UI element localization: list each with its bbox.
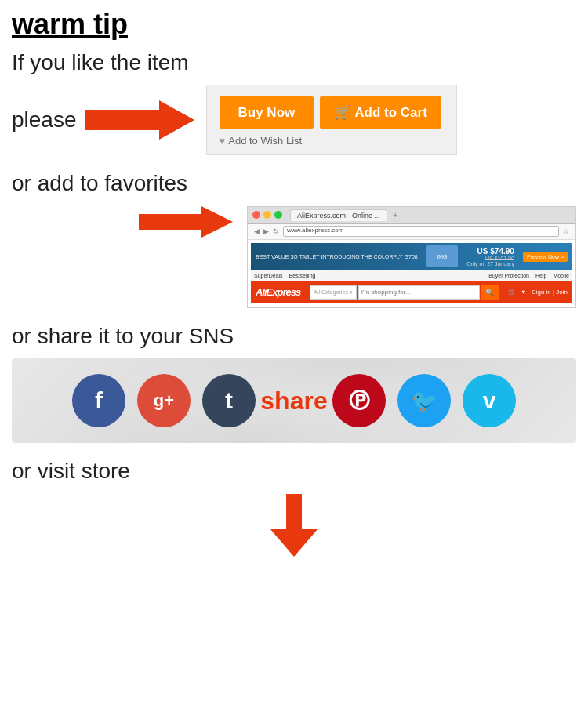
ali-search-input[interactable] (358, 285, 480, 300)
wish-list-label: Add to Wish List (228, 135, 302, 147)
browser-close-dot (252, 211, 260, 219)
vimeo-icon[interactable]: v (463, 374, 516, 427)
browser-star-icon: ☆ (563, 227, 569, 235)
ali-banner-old-price: US $107.00 (485, 256, 514, 261)
ali-nav: SuperDeals Bestselling Buyer Protection … (251, 270, 572, 281)
ali-nav-mobile: Mobile (553, 273, 569, 278)
buy-now-button[interactable]: Buy Now (220, 96, 314, 129)
browser-maximize-dot (274, 211, 282, 219)
browser-refresh-icon: ↻ (273, 227, 279, 235)
page-title: warm tip (12, 8, 576, 41)
arrow-down-container (12, 494, 576, 557)
pinterest-label: ℗ (346, 385, 372, 416)
google-plus-label: g+ (154, 390, 174, 411)
ali-banner-price-section: US $74.90 US $107.00 Only on 27 January (466, 247, 514, 267)
browser-new-tab-icon: + (393, 210, 397, 220)
add-to-cart-button[interactable]: 🛒 Add to Cart (320, 96, 441, 129)
facebook-label: f (95, 387, 103, 414)
svg-marker-0 (85, 100, 194, 140)
browser-titlebar: AliExpress.com - Online ... + (248, 207, 575, 224)
favorites-section: or add to favorites AliExpress.com - Onl… (12, 169, 576, 307)
browser-screenshot: AliExpress.com - Online ... + ◀ ▶ ↻ www.… (247, 206, 576, 308)
ali-header-actions: 🛒 ♥ Sign in | Join (508, 289, 568, 296)
cart-icon: 🛒 (334, 104, 350, 121)
browser-addressbar: ◀ ▶ ↻ www.aliexpress.com ☆ (248, 224, 575, 240)
share-label: share (260, 387, 327, 416)
tumblr-icon[interactable]: t (202, 374, 256, 427)
red-arrow-right-favorites-icon (139, 206, 233, 238)
ali-logo: AliExpress (256, 286, 300, 298)
pinterest-icon[interactable]: ℗ (332, 374, 386, 427)
browser-address-input[interactable]: www.aliexpress.com (283, 226, 559, 237)
ali-cart-icon[interactable]: 🛒 (508, 289, 516, 296)
twitter-label: 🐦 (411, 388, 438, 414)
like-item-text: If you like the item (12, 49, 576, 77)
ali-search-box: All Categories ▾ 🔍 (310, 285, 498, 300)
browser-forward-icon: ▶ (263, 227, 269, 235)
favorites-text: or add to favorites (12, 169, 576, 198)
ali-nav-help: Help (535, 273, 546, 278)
ali-banner-cta[interactable]: Preview Now > (523, 252, 568, 262)
action-buttons-container: Buy Now 🛒 Add to Cart ♥ Add to Wish List (206, 85, 457, 155)
share-button[interactable]: share (267, 374, 321, 427)
visit-store-text: or visit store (12, 457, 576, 485)
ali-category-dropdown[interactable]: All Categories ▾ (310, 285, 357, 300)
google-plus-icon[interactable]: g+ (137, 374, 191, 427)
heart-icon: ♥ (220, 135, 226, 147)
vimeo-label: v (483, 387, 496, 414)
visit-store-section: or visit store (12, 457, 576, 556)
like-item-section: If you like the item please Buy Now 🛒 Ad… (12, 49, 576, 155)
please-text: please (12, 107, 77, 133)
ali-banner-text: BEST VALUE 3G TABLET INTRODUCING THE COL… (256, 254, 418, 260)
ali-banner-image: IMG (426, 245, 458, 267)
buttons-row: Buy Now 🛒 Add to Cart (220, 96, 444, 129)
wish-list-link[interactable]: ♥ Add to Wish List (220, 135, 444, 147)
red-arrow-down-icon (270, 494, 318, 557)
ali-nav-bestselling: Bestselling (289, 273, 316, 278)
ali-banner-price: US $74.90 (477, 247, 514, 256)
tumblr-label: t (225, 387, 233, 414)
sns-section: or share it to your SNS f g+ t share ℗ 🐦… (12, 322, 576, 443)
facebook-icon[interactable]: f (72, 374, 125, 427)
ali-nav-buyer-protection: Buyer Protection (488, 273, 529, 278)
twitter-icon[interactable]: 🐦 (397, 374, 451, 427)
sns-text: or share it to your SNS (12, 322, 576, 350)
browser-back-icon: ◀ (254, 227, 260, 235)
favorites-row: AliExpress.com - Online ... + ◀ ▶ ↻ www.… (12, 206, 576, 308)
ali-signin[interactable]: Sign in | Join (532, 289, 568, 296)
browser-body: BEST VALUE 3G TABLET INTRODUCING THE COL… (248, 240, 575, 307)
browser-minimize-dot (263, 211, 271, 219)
sns-icons-container: f g+ t share ℗ 🐦 v (12, 358, 576, 443)
svg-marker-1 (139, 206, 233, 238)
ali-banner: BEST VALUE 3G TABLET INTRODUCING THE COL… (251, 243, 572, 270)
ali-header: AliExpress All Categories ▾ 🔍 🛒 ♥ Sign i… (251, 281, 572, 303)
red-arrow-right-icon (85, 100, 194, 140)
ali-nav-superdeals: SuperDeals (254, 273, 283, 278)
ali-banner-sub: Only on 27 January (466, 261, 514, 267)
ali-banner-line1: BEST VALUE 3G TABLET INTRODUCING THE COL… (256, 254, 418, 260)
svg-marker-2 (270, 494, 318, 557)
buy-section: please Buy Now 🛒 Add to Cart ♥ Add to Wi… (12, 85, 576, 155)
browser-tab-label: AliExpress.com - Online ... (290, 209, 387, 221)
add-to-cart-label: Add to Cart (354, 105, 427, 121)
ali-search-button[interactable]: 🔍 (481, 285, 499, 300)
ali-wishlist-icon[interactable]: ♥ (522, 289, 526, 296)
